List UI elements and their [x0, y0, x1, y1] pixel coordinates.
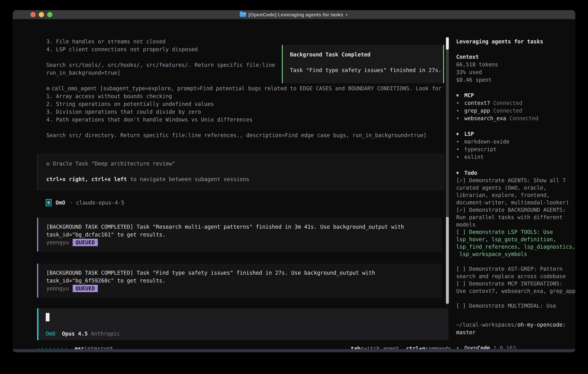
mcp-section-header: ▼MCP [456, 92, 538, 99]
context-used: 33% used [456, 68, 498, 76]
main-scrollbar[interactable] [446, 37, 449, 304]
task-result-block: [BACKGROUND TASK COMPLETED] Task "Resear… [37, 218, 442, 251]
todo-item-text: librarian, explore, frontend, [456, 191, 575, 199]
input-provider-name: Anthropic [91, 331, 120, 337]
sidebar-mcp-section: ▼MCP •context7 Connected •grep_app Conne… [456, 92, 538, 122]
status-dot-icon: • [456, 139, 464, 145]
context-tokens: 66,518 tokens [456, 61, 498, 68]
titlebar: [OpenCode] Leveraging agents for tasks ◐ [13, 10, 575, 19]
scrollback-line [46, 124, 446, 131]
todo-item-text: Use context7, websearch_exa, grep_app [456, 287, 575, 295]
todo-item-pending: [ ] Demonstrate MULTIMODAL: Use [456, 302, 575, 310]
path-repo: oh-my-opencode: [517, 322, 566, 328]
todo-item-text: Run parallel tasks with different [456, 214, 575, 221]
oracle-icon: ◎ [46, 161, 50, 167]
task-result-line1: [BACKGROUND TASK COMPLETED] Task "Find t… [46, 269, 442, 277]
status-badge: QUEUED [73, 239, 98, 246]
context-spent: $0.46 spent [456, 76, 498, 84]
status-dot-icon: • [456, 146, 464, 152]
folder-icon [240, 12, 246, 17]
lsp-item: •typescript [456, 145, 509, 153]
oracle-task-box: ◎ Oracle Task "Deep architecture review"… [37, 153, 445, 191]
toast-title: Background Task Completed [290, 51, 443, 58]
task-result-line2: task_id="bg_6f59260c" to get results. [46, 277, 442, 284]
context-heading: Context [456, 53, 498, 61]
todo-section-header: ▼Todo [456, 169, 477, 177]
window-title: [OpenCode] Leveraging agents for tasks [248, 12, 343, 18]
tool-call-line: ⚙call_omo_agent [subagent_type=explore, … [46, 84, 446, 92]
todo-item-done: [✓] Demonstrate AGENTS: Show all 7 [456, 177, 575, 184]
terminal-window: [OpenCode] Leveraging agents for tasks ◐… [13, 10, 575, 352]
toast-body: Task "Find type safety issues" finished … [290, 66, 443, 74]
oracle-hint-line: ctrl+x right, ctrl+x left to navigate be… [46, 175, 445, 183]
todo-item-pending: [ ] Demonstrate AST-GREP: Pattern [456, 265, 575, 273]
mcp-heading: MCP [464, 92, 474, 98]
task-result-line2: task_id="bg_dcfac161" to get results. [46, 231, 442, 239]
oracle-task-line: ◎ Oracle Task "Deep architecture review" [46, 160, 445, 167]
status-badge: QUEUED [73, 285, 98, 292]
sidebar-context-section: Context 66,518 tokens 33% used $0.46 spe… [456, 53, 498, 84]
todo-item-text: search and replace across codebase [456, 273, 575, 280]
todo-heading: Todo [464, 170, 477, 176]
background-task-toast: Background Task Completed Task "Find typ… [282, 45, 444, 83]
todo-item-text: models [456, 221, 575, 228]
hint-text: to navigate between subagent sessions [127, 176, 249, 182]
agent-square-icon [46, 199, 52, 206]
todo-item-text: document-writer, multimodal-looker) [456, 199, 575, 206]
mcp-item: •context7 Connected [456, 99, 538, 107]
sidebar-lsp-section: ▼LSP •markdown-oxide •typescript •eslint [456, 130, 509, 161]
window-bottom-edge [13, 349, 575, 352]
scrollback-line: Search src/ directory. Return specific f… [46, 131, 446, 139]
todo-item-pending: [ ] Demonstrate MCP INTEGRATIONS: [456, 280, 575, 287]
tool-call-text: call_omo_agent [subagent_type=explore, p… [52, 85, 441, 92]
todo-item-active: lsp_hover, lsp_goto_definition, [456, 236, 575, 243]
minimize-window-button[interactable] [39, 12, 44, 17]
status-dot-icon: • [456, 108, 464, 114]
todo-item-done: [✓] Demonstrate BACKGROUND AGENTS: [456, 206, 575, 214]
gear-icon: ⚙ [46, 85, 50, 92]
zoom-window-button[interactable] [47, 12, 52, 17]
lsp-item: •eslint [456, 153, 509, 161]
collapse-triangle-icon[interactable]: ▼ [456, 170, 464, 176]
task-result-meta: yeongyuQUEUED [46, 284, 442, 292]
input-agent-row: OmO Opus 4.5 Anthropic [46, 330, 120, 338]
moon-phase-icon: ◐ [346, 12, 348, 17]
status-dot-icon: • [456, 100, 464, 106]
input-agent-name: OmO [46, 331, 55, 337]
todo-list: [✓] Demonstrate AGENTS: Show all 7 curat… [456, 177, 575, 310]
status-dot-icon: • [456, 115, 464, 121]
traffic-lights [13, 10, 52, 19]
status-dot-icon: • [456, 154, 464, 160]
keybind-text: ctrl+x right, ctrl+x left [46, 176, 127, 182]
session-model: · claude-opus-4-5 [70, 200, 125, 206]
path-prefix: ~/local-workspaces/ [456, 322, 517, 328]
mcp-item: •websearch_exa Connected [456, 114, 538, 122]
scrollback-line: 3. File handles or streams not closed [46, 38, 446, 45]
lsp-section-header: ▼LSP [456, 130, 509, 138]
mcp-item: •grep_app Connected [456, 107, 538, 114]
lsp-item: •markdown-oxide [456, 138, 509, 145]
collapse-triangle-icon[interactable]: ▼ [456, 93, 464, 98]
task-result-block: [BACKGROUND TASK COMPLETED] Task "Find t… [37, 264, 442, 298]
close-window-button[interactable] [30, 12, 36, 17]
todo-item-text: curated agents (OmO, oracle, [456, 184, 575, 191]
collapse-triangle-icon[interactable]: ▼ [456, 132, 464, 136]
git-branch: master [456, 329, 566, 336]
sidebar-session-title: Leveraging agents for tasks [456, 38, 543, 45]
session-header: OmO · claude-opus-4-5 [46, 199, 125, 207]
task-result-line1: [BACKGROUND TASK COMPLETED] Task "Resear… [46, 223, 442, 231]
todo-item-active: lsp_find_references, lsp_diagnostics, [456, 243, 575, 250]
scrollback-line: 3. Division operations that could divide… [46, 108, 446, 116]
workspace-path: ~/local-workspaces/oh-my-opencode: maste… [456, 321, 566, 336]
prompt-input[interactable]: OmO Opus 4.5 Anthropic [37, 308, 449, 340]
scrollback-line: 2. String operations on potentially unde… [46, 100, 446, 108]
main-scrollbar-top-thumb[interactable] [446, 37, 449, 50]
main-scrollbar-thumb[interactable] [446, 217, 449, 304]
lsp-heading: LSP [464, 131, 474, 137]
scrollback-line: 1. Array access without bounds checking [46, 92, 446, 100]
task-result-meta: yeongyuQUEUED [46, 239, 442, 246]
scrollback-line: 4. Path operations that don't handle Win… [46, 116, 446, 124]
input-model-name[interactable]: Opus 4.5 [62, 331, 88, 337]
text-cursor [46, 313, 50, 321]
agent-name: OmO [56, 200, 65, 206]
